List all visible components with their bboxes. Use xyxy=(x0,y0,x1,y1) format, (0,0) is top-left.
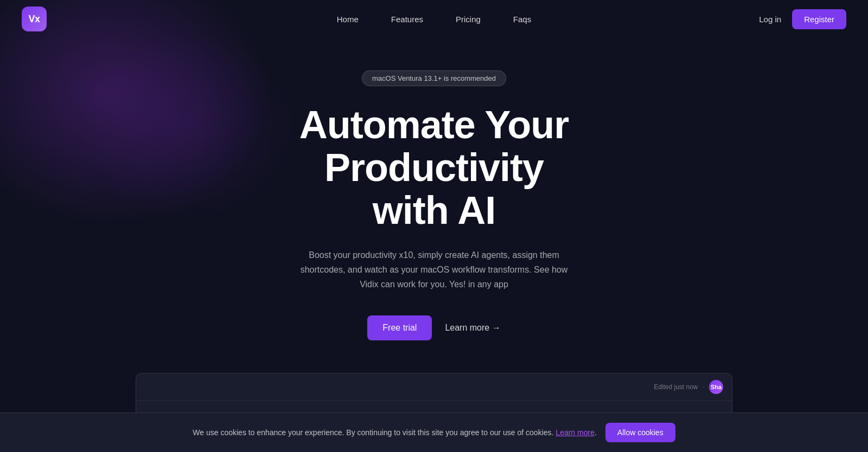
register-button[interactable]: Register xyxy=(792,9,846,29)
logo[interactable]: Vx xyxy=(22,7,47,31)
preview-header: Edited just now · Sha xyxy=(136,373,732,401)
nav-features[interactable]: Features xyxy=(391,15,423,24)
cookie-banner: We use cookies to enhance your experienc… xyxy=(0,412,868,452)
navbar: Vx Home Features Pricing Faqs Log in Reg… xyxy=(0,0,868,38)
nav-pricing[interactable]: Pricing xyxy=(456,15,481,24)
cookie-message: We use cookies to enhance your experienc… xyxy=(193,428,597,437)
free-trial-button[interactable]: Free trial xyxy=(367,315,432,340)
hero-subtitle: Boost your productivity x10, simply crea… xyxy=(298,248,570,292)
nav-links: Home Features Pricing Faqs xyxy=(337,15,531,24)
nav-actions: Log in Register xyxy=(759,9,846,29)
hero-title-line2: with AI xyxy=(373,189,495,232)
cookie-learn-more-link[interactable]: Learn more xyxy=(556,428,595,437)
login-button[interactable]: Log in xyxy=(759,15,781,24)
preview-avatar: Sha xyxy=(709,380,723,394)
allow-cookies-button[interactable]: Allow cookies xyxy=(605,423,675,442)
nav-home[interactable]: Home xyxy=(337,15,359,24)
learn-more-button[interactable]: Learn more → xyxy=(445,323,500,333)
hero-title-line1: Automate Your Productivity xyxy=(299,103,569,189)
preview-status: Edited just now xyxy=(654,383,698,391)
hero-title: Automate Your Productivity with AI xyxy=(244,104,624,233)
hero-actions: Free trial Learn more → xyxy=(367,315,500,340)
preview-separator: · xyxy=(703,382,705,392)
hero-badge: macOS Ventura 13.1+ is recommended xyxy=(362,70,506,86)
nav-faqs[interactable]: Faqs xyxy=(513,15,531,24)
hero-section: macOS Ventura 13.1+ is recommended Autom… xyxy=(0,38,868,373)
